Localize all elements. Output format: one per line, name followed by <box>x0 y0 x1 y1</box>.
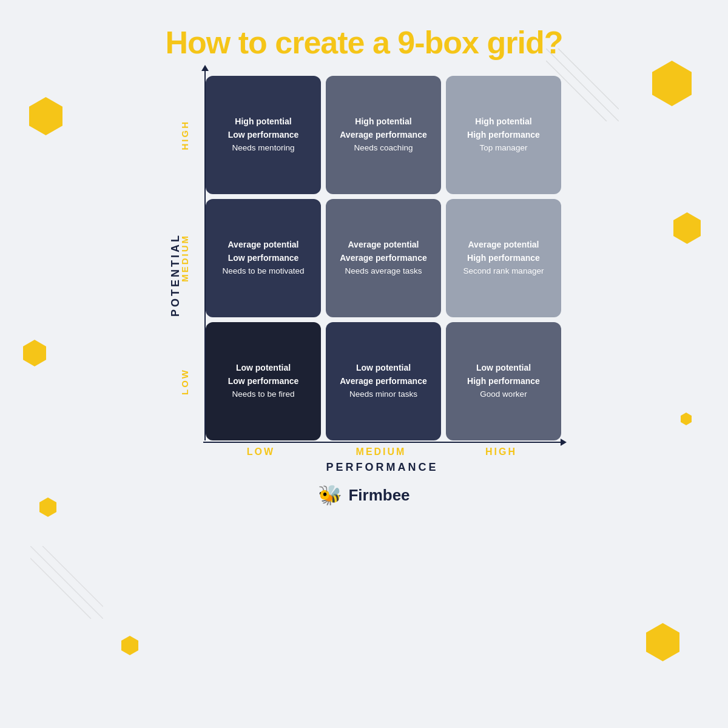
deco-lines-bottom-left <box>30 546 103 619</box>
cell-r0c1-line0: High potential <box>355 115 411 128</box>
x-axis-label: PERFORMANCE <box>203 461 561 474</box>
cell-r1c2-line1: High performance <box>467 252 540 265</box>
cell-r0c0-line0: High potential <box>235 115 291 128</box>
deco-hex-4 <box>121 636 138 655</box>
cell-r0c0: High potentialLow performanceNeeds mento… <box>206 76 321 194</box>
cell-r0c0-line2: Needs mentoring <box>232 142 295 154</box>
cell-r1c2-line0: Average potential <box>468 238 539 251</box>
grid-row-container: HIGH MEDIUM LOW <box>167 76 561 440</box>
cell-r0c2-line1: High performance <box>467 129 540 141</box>
chart-container: POTENTIAL HIGH MEDIUM LOW <box>167 76 561 474</box>
cell-r1c1-line2: Needs average tasks <box>345 265 422 277</box>
y-axis-arrow <box>201 65 209 71</box>
title-area: How to create a 9-box grid? <box>0 0 728 73</box>
x-axis-line <box>203 442 561 443</box>
x-axis-arrow <box>561 439 567 446</box>
cell-r1c0: Average potentialLow performanceNeeds to… <box>206 199 321 317</box>
cell-r2c0: Low potentialLow performanceNeeds to be … <box>206 322 321 440</box>
cell-r1c1-line0: Average potential <box>348 238 419 251</box>
deco-hex-8 <box>646 623 679 661</box>
cell-r0c1: High potentialAverage performanceNeeds c… <box>326 76 441 194</box>
cell-r2c0-line1: Low performance <box>228 375 299 388</box>
svg-line-4 <box>42 546 103 607</box>
main-content: POTENTIAL HIGH MEDIUM LOW <box>0 76 728 474</box>
cell-r0c2-line2: Top manager <box>480 142 528 154</box>
grid: High potentialLow performanceNeeds mento… <box>206 76 561 440</box>
cell-r1c2-line2: Second rank manager <box>463 265 544 277</box>
x-axis-container <box>203 442 561 443</box>
cell-r1c0-line1: Low performance <box>228 252 299 265</box>
title-prefix: How to create a <box>166 25 398 60</box>
cell-r0c0-line1: Low performance <box>228 129 299 141</box>
axis-container: HIGH MEDIUM LOW <box>167 76 561 474</box>
nine-box-grid: High potentialLow performanceNeeds mento… <box>206 76 561 440</box>
cell-r1c0-line2: Needs to be motivated <box>222 265 304 277</box>
row-label-low: LOW <box>167 322 202 440</box>
cell-r2c2-line1: High performance <box>467 375 540 388</box>
cell-r1c1: Average potentialAverage performanceNeed… <box>326 199 441 317</box>
cell-r0c2: High potentialHigh performanceTop manage… <box>446 76 561 194</box>
cell-r2c2-line0: Low potential <box>476 362 531 374</box>
cell-r0c2-line0: High potential <box>475 115 531 128</box>
cell-r2c0-line0: Low potential <box>236 362 291 374</box>
cell-r1c1-line1: Average performance <box>340 252 426 265</box>
title-highlight: 9-box grid? <box>397 25 562 60</box>
logo-area: 🐝 Firmbee <box>0 484 728 507</box>
col-label-medium: MEDIUM <box>323 447 439 457</box>
cell-r2c1: Low potentialAverage performanceNeeds mi… <box>326 322 441 440</box>
cell-r2c2: Low potentialHigh performanceGood worker <box>446 322 561 440</box>
logo-text: Firmbee <box>348 486 410 505</box>
svg-line-5 <box>30 558 91 619</box>
cell-r2c1-line0: Low potential <box>356 362 411 374</box>
col-label-low: LOW <box>203 447 318 457</box>
y-axis-container: High potentialLow performanceNeeds mento… <box>204 76 561 440</box>
cell-r2c2-line2: Good worker <box>480 388 527 400</box>
cell-r0c1-line1: Average performance <box>340 129 426 141</box>
svg-line-3 <box>30 546 103 619</box>
row-label-high: HIGH <box>167 76 202 194</box>
cell-r1c0-line0: Average potential <box>228 238 299 251</box>
cell-r2c1-line1: Average performance <box>340 375 426 388</box>
cell-r2c1-line2: Needs minor tasks <box>349 388 417 400</box>
logo-icon: 🐝 <box>318 484 342 507</box>
svg-line-1 <box>558 49 619 109</box>
col-label-high: HIGH <box>443 447 559 457</box>
col-labels: LOW MEDIUM HIGH <box>203 447 561 457</box>
cell-r0c1-line2: Needs coaching <box>354 142 413 154</box>
y-axis-line <box>204 70 206 440</box>
cell-r2c0-line2: Needs to be fired <box>232 388 295 400</box>
cell-r1c2: Average potentialHigh performanceSecond … <box>446 199 561 317</box>
